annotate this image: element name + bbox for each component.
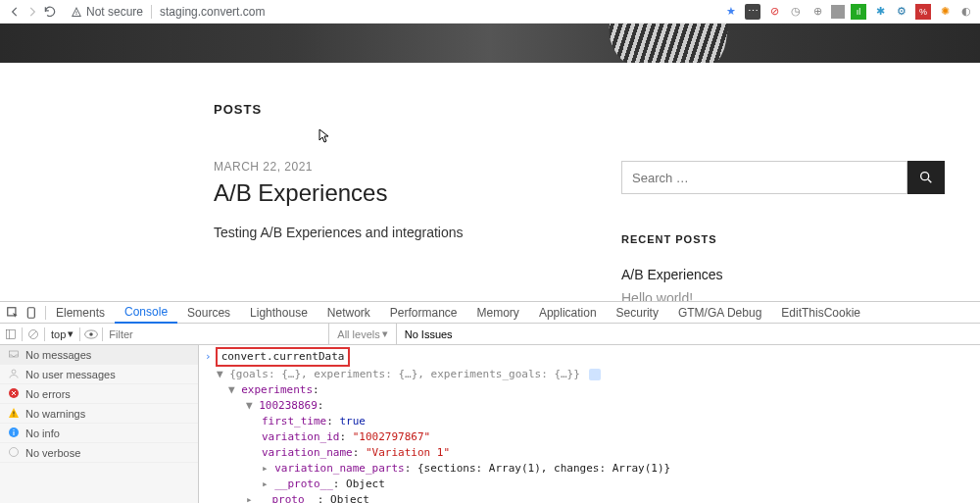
devtools-tab-editthiscookie[interactable]: EditThisCookie	[771, 302, 870, 324]
extension-icons: ★ ⋯ ⊘ ◷ ⊕ ıl ✱ ⚙ % ✺ ◐	[723, 4, 974, 20]
console-filter-error[interactable]: No errors	[0, 384, 198, 404]
devtools-tab-performance[interactable]: Performance	[380, 302, 467, 324]
log-levels-dropdown[interactable]: All levels▾	[328, 324, 396, 345]
svg-point-18	[10, 447, 19, 456]
page-content: POSTS MARCH 22, 2021 A/B Experiences Tes…	[0, 63, 980, 310]
browser-toolbar: Not secure staging.convert.com ★ ⋯ ⊘ ◷ ⊕…	[0, 0, 980, 24]
devtools-tab-sources[interactable]: Sources	[177, 302, 240, 324]
ext-icon[interactable]: ıl	[851, 4, 866, 20]
no-issues-label[interactable]: No Issues	[397, 328, 461, 340]
chevron-down-icon: ▾	[68, 327, 74, 340]
post-excerpt: Testing A/B Experiences and integrations	[214, 225, 608, 240]
console-sidebar: No messagesNo user messagesNo errorsNo w…	[0, 345, 199, 503]
ext-icon[interactable]: ⊕	[809, 4, 825, 20]
inbox-icon	[8, 348, 20, 362]
devtools-tab-memory[interactable]: Memory	[467, 302, 529, 324]
recent-posts-title: RECENT POSTS	[621, 233, 945, 245]
ext-icon[interactable]: ✺	[937, 4, 953, 20]
devtools-tab-network[interactable]: Network	[318, 302, 380, 324]
security-indicator[interactable]: Not secure	[71, 5, 143, 19]
post-date: MARCH 22, 2021	[214, 160, 608, 174]
error-icon	[8, 387, 20, 401]
svg-line-1	[928, 179, 931, 182]
devtools-tab-gtmgadebug[interactable]: GTM/GA Debug	[668, 302, 771, 324]
ext-icon[interactable]: ⊘	[766, 4, 782, 20]
search-icon	[918, 170, 934, 185]
recent-post-link[interactable]: A/B Experiences	[621, 263, 945, 286]
reload-button[interactable]	[41, 5, 59, 19]
live-expression-icon[interactable]	[80, 329, 102, 339]
device-icon[interactable]	[25, 306, 39, 320]
devtools-tab-lighthouse[interactable]: Lighthouse	[240, 302, 318, 324]
svg-rect-14	[14, 415, 15, 416]
devtools-tabs: ElementsConsoleSourcesLighthouseNetworkP…	[0, 302, 980, 324]
devtools-tab-application[interactable]: Application	[529, 302, 607, 324]
ext-icon[interactable]: ✱	[872, 4, 888, 20]
console-output[interactable]: › convert.currentData ▼ {goals: {…}, exp…	[199, 345, 980, 503]
ext-icon[interactable]: ◷	[788, 4, 804, 20]
chevron-down-icon: ▾	[382, 327, 388, 340]
context-dropdown[interactable]: top▾	[45, 327, 79, 340]
search-input[interactable]	[621, 161, 907, 194]
star-icon[interactable]: ★	[723, 4, 739, 20]
search-button[interactable]	[907, 161, 945, 194]
console-filter-warning[interactable]: No warnings	[0, 404, 198, 424]
console-toolbar: top▾ All levels▾ No Issues	[0, 324, 980, 345]
devtools-tab-elements[interactable]: Elements	[46, 302, 115, 324]
search-form	[621, 161, 945, 194]
prompt-caret-icon: ›	[205, 349, 212, 365]
section-title: POSTS	[214, 102, 608, 117]
console-filter-verbose[interactable]: No verbose	[0, 443, 198, 463]
devtools-tab-console[interactable]: Console	[115, 302, 177, 324]
sidebar-toggle-icon[interactable]	[0, 328, 22, 340]
forward-button[interactable]	[24, 5, 41, 19]
clear-console-icon[interactable]	[23, 328, 44, 340]
console-filter-user[interactable]: No user messages	[0, 365, 198, 384]
not-secure-label: Not secure	[86, 5, 143, 19]
svg-point-0	[921, 173, 929, 180]
blog-sidebar: RECENT POSTS A/B Experiences Hello world…	[621, 102, 945, 310]
svg-rect-10	[10, 351, 19, 357]
copy-icon[interactable]	[589, 369, 601, 380]
svg-rect-3	[27, 307, 34, 318]
devtools-tab-security[interactable]: Security	[607, 302, 668, 324]
console-command: convert.currentData	[216, 347, 351, 367]
ext-icon[interactable]: ⋯	[745, 4, 760, 20]
devtools-panel: ElementsConsoleSourcesLighthouseNetworkP…	[0, 301, 980, 503]
ext-icon[interactable]: ⚙	[894, 4, 909, 20]
verbose-icon	[8, 446, 20, 460]
svg-line-7	[30, 331, 36, 337]
svg-rect-13	[14, 411, 15, 414]
svg-point-9	[90, 332, 94, 336]
address-url[interactable]: staging.convert.com	[160, 5, 265, 19]
main-column: POSTS MARCH 22, 2021 A/B Experiences Tes…	[0, 102, 608, 310]
svg-rect-17	[14, 429, 15, 430]
svg-rect-4	[7, 329, 16, 338]
user-icon	[8, 368, 20, 381]
warning-icon	[8, 407, 20, 421]
header-image	[0, 24, 980, 63]
svg-rect-16	[14, 431, 15, 435]
post-title[interactable]: A/B Experiences	[214, 179, 608, 207]
inspect-icon[interactable]	[6, 306, 20, 320]
console-filter-input[interactable]	[103, 325, 328, 344]
ext-icon[interactable]: ◐	[958, 4, 974, 20]
ext-icon[interactable]	[831, 5, 845, 19]
back-button[interactable]	[6, 5, 24, 19]
console-filter-inbox[interactable]: No messages	[0, 345, 198, 365]
info-icon	[8, 427, 20, 440]
console-filter-info[interactable]: No info	[0, 424, 198, 443]
svg-point-11	[12, 370, 16, 374]
ext-icon[interactable]: %	[915, 4, 931, 20]
address-separator	[151, 5, 152, 19]
